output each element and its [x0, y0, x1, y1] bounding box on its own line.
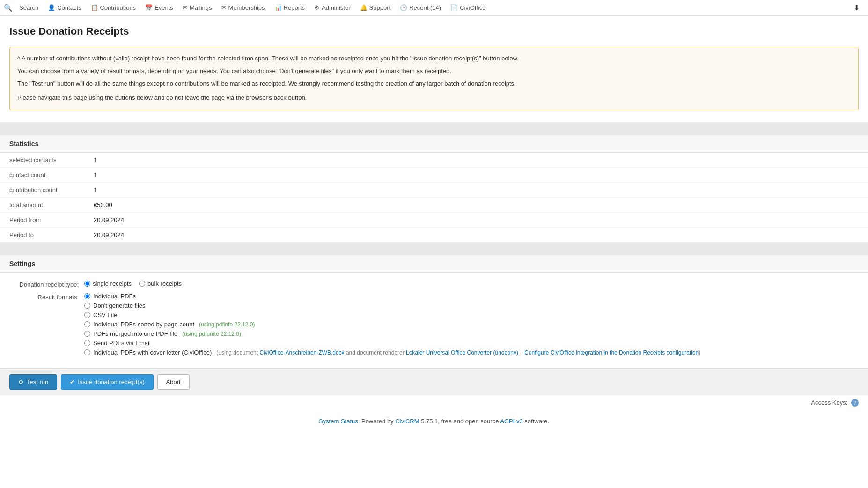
format-sorted-pdfs[interactable]: Individual PDFs sorted by page count (us…: [84, 321, 700, 328]
configure-link[interactable]: Configure CiviOffice integration in the …: [524, 349, 699, 356]
info-line2: You can choose from a variety of result …: [17, 67, 851, 76]
format-send-email-radio[interactable]: [84, 340, 90, 346]
nav-reports[interactable]: 📊 Reports: [270, 0, 310, 15]
format-csv[interactable]: CSV File: [84, 311, 700, 318]
contributions-icon: 📋: [91, 4, 98, 11]
bulk-receipts-radio[interactable]: [139, 281, 145, 287]
page-title: Issue Donation Receipts: [9, 25, 859, 37]
format-cover-letter[interactable]: Individual PDFs with cover letter (CiviO…: [84, 349, 700, 356]
system-status-link[interactable]: System Status: [319, 418, 358, 425]
access-keys-label: Access Keys:: [811, 399, 847, 406]
support-icon: 🔔: [360, 4, 368, 11]
format-cover-letter-radio[interactable]: [84, 349, 90, 355]
nav-recent[interactable]: 🕒 Recent (14): [395, 0, 446, 15]
civioffice-doc-link[interactable]: CiviOffice-Anschreiben-ZWB.docx: [259, 349, 344, 356]
nav-support[interactable]: 🔔 Support: [355, 0, 396, 15]
section-divider-top: [0, 122, 868, 135]
statistics-header: Statistics: [0, 135, 868, 153]
receipt-type-label: Donation receipt type:: [9, 280, 84, 288]
nav-memberships[interactable]: ✉ Memberships: [217, 0, 270, 15]
format-dont-generate[interactable]: Don't generate files: [84, 302, 700, 309]
abort-button[interactable]: Abort: [157, 374, 190, 390]
format-merged-pdf-note: (using pdfunite 22.12.0): [182, 331, 241, 337]
stat-label: contact count: [0, 168, 84, 183]
stat-value: 1: [84, 183, 868, 198]
statistics-section: Statistics selected contacts1contact cou…: [0, 135, 868, 242]
format-csv-label: CSV File: [93, 311, 117, 318]
format-cover-letter-note: (using document CiviOffice-Anschreiben-Z…: [216, 349, 700, 356]
settings-header: Settings: [0, 255, 868, 273]
unoconv-link[interactable]: Lokaler Universal Office Converter (unoc…: [406, 349, 518, 356]
powered-by-text: Powered by: [360, 418, 395, 425]
access-keys-help-icon[interactable]: ?: [851, 399, 859, 407]
issue-receipt-icon: ✔: [70, 378, 75, 385]
nav-search[interactable]: Search: [15, 0, 43, 15]
download-icon[interactable]: ⬇: [849, 3, 864, 12]
table-row: contact count1: [0, 168, 868, 183]
format-csv-radio[interactable]: [84, 312, 90, 318]
format-sorted-pdfs-radio[interactable]: [84, 321, 90, 327]
settings-inner: Donation receipt type: single receipts b…: [0, 273, 868, 368]
result-formats-control: Individual PDFs Don't generate files CSV…: [84, 293, 700, 356]
format-individual-pdfs[interactable]: Individual PDFs: [84, 293, 700, 300]
format-send-email-label: Send PDFs via Email: [93, 340, 151, 347]
info-line3: The "Test run" button will do all the sa…: [17, 79, 851, 89]
search-icon: 🔍: [4, 4, 13, 12]
statistics-table: selected contacts1contact count1contribu…: [0, 153, 868, 242]
nav-events[interactable]: 📅 Events: [140, 0, 178, 15]
nav-administer[interactable]: ⚙ Administer: [309, 0, 355, 15]
table-row: Period from20.09.2024: [0, 213, 868, 228]
single-receipts-option[interactable]: single receipts: [84, 280, 132, 287]
civicrm-link[interactable]: CiviCRM: [395, 418, 419, 425]
format-merged-pdf[interactable]: PDFs merged into one PDF file (using pdf…: [84, 330, 700, 337]
stat-label: Period to: [0, 228, 84, 243]
result-formats-label: Result formats:: [9, 293, 84, 301]
section-divider-mid: [0, 242, 868, 255]
format-cover-letter-label: Individual PDFs with cover letter (CiviO…: [93, 349, 212, 356]
format-merged-pdf-radio[interactable]: [84, 331, 90, 337]
contacts-icon: 👤: [48, 4, 55, 11]
page-footer: System Status Powered by CiviCRM 5.75.1,…: [0, 410, 868, 432]
stat-label: selected contacts: [0, 153, 84, 168]
buttons-area: ⚙ Test run ✔ Issue donation receipt(s) A…: [0, 368, 868, 395]
format-sorted-pdfs-note: (using pdfinfo 22.12.0): [199, 321, 255, 328]
receipt-type-row: Donation receipt type: single receipts b…: [9, 280, 859, 288]
stat-value: 20.09.2024: [84, 213, 868, 228]
stat-value: €50.00: [84, 198, 868, 213]
version-text: 5.75.1, free and open source: [421, 418, 499, 425]
nav-mailings[interactable]: ✉ Mailings: [178, 0, 217, 15]
test-run-button[interactable]: ⚙ Test run: [9, 374, 57, 390]
memberships-icon: ✉: [221, 4, 227, 11]
footer-bar: Access Keys: ?: [0, 395, 868, 410]
stat-value: 1: [84, 168, 868, 183]
settings-section: Settings Donation receipt type: single r…: [0, 255, 868, 368]
info-box: ^ A number of contributions without (val…: [9, 47, 859, 110]
format-individual-pdfs-radio[interactable]: [84, 293, 90, 299]
format-merged-pdf-label: PDFs merged into one PDF file: [93, 330, 177, 337]
receipt-type-control: single receipts bulk receipts: [84, 280, 182, 287]
receipt-type-options: single receipts bulk receipts: [84, 280, 182, 287]
agpl-link[interactable]: AGPLv3: [500, 418, 522, 425]
issue-receipt-button[interactable]: ✔ Issue donation receipt(s): [61, 374, 153, 390]
single-receipts-radio[interactable]: [84, 281, 90, 287]
software-text: software.: [524, 418, 549, 425]
events-icon: 📅: [145, 4, 153, 11]
test-run-icon: ⚙: [18, 378, 24, 385]
reports-icon: 📊: [274, 4, 282, 11]
bulk-receipts-option[interactable]: bulk receipts: [139, 280, 182, 287]
mailings-icon: ✉: [183, 4, 188, 11]
format-individual-pdfs-label: Individual PDFs: [93, 293, 136, 300]
stat-label: contribution count: [0, 183, 84, 198]
top-nav: 🔍 Search 👤 Contacts 📋 Contributions 📅 Ev…: [0, 0, 868, 16]
nav-contacts[interactable]: 👤 Contacts: [43, 0, 86, 15]
result-formats-row: Result formats: Individual PDFs Don't ge…: [9, 293, 859, 356]
format-send-email[interactable]: Send PDFs via Email: [84, 340, 700, 347]
stat-value: 20.09.2024: [84, 228, 868, 243]
table-row: contribution count1: [0, 183, 868, 198]
info-line1: ^ A number of contributions without (val…: [17, 54, 851, 64]
nav-civioffice[interactable]: 📄 CiviOffice: [446, 0, 490, 15]
nav-contributions[interactable]: 📋 Contributions: [86, 0, 141, 15]
bulk-receipts-label: bulk receipts: [147, 280, 182, 287]
stat-label: total amount: [0, 198, 84, 213]
format-dont-generate-radio[interactable]: [84, 303, 90, 309]
